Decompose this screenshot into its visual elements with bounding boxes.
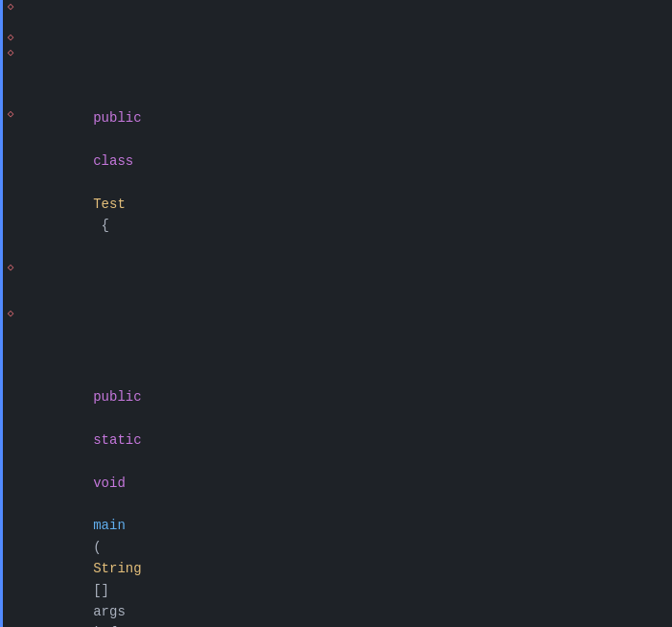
gutter-line-17 <box>6 245 15 261</box>
gutter-line-7 <box>6 92 15 107</box>
gutter-line-3: ◇ <box>6 31 15 46</box>
gutter-line-13 <box>6 184 15 199</box>
gutter-line-24 <box>6 353 15 368</box>
left-accent-border <box>0 0 3 627</box>
gutter-line-5 <box>6 61 15 77</box>
gutter-line-10 <box>6 138 15 153</box>
gutter-line-19 <box>6 276 15 291</box>
gutter-line-22 <box>6 322 15 337</box>
keyword-public: public <box>93 110 141 126</box>
gutter-line-16 <box>6 230 15 245</box>
gutter-line-15 <box>6 215 15 230</box>
code-line-2: public static void main ( String [] args… <box>29 343 664 627</box>
code-line-1: public class Test { <box>29 86 664 258</box>
code-lines[interactable]: public class Test { public static void m… <box>21 0 672 627</box>
gutter-line-9 <box>6 123 15 138</box>
gutter-line-6 <box>6 77 15 92</box>
gutter-line-21: ◇ <box>6 307 15 322</box>
gutter-line-14 <box>6 199 15 215</box>
gutter-line-2 <box>6 15 15 31</box>
gutter: ◇ ◇ ◇ ◇ ◇ ◇ <box>0 0 21 627</box>
gutter-line-4: ◇ <box>6 46 15 61</box>
gutter-line-25 <box>6 368 15 383</box>
gutter-line-18: ◇ <box>6 261 15 276</box>
gutter-line-1: ◇ <box>6 0 15 15</box>
gutter-line-23 <box>6 337 15 353</box>
gutter-line-8: ◇ <box>6 107 15 123</box>
gutter-line-12 <box>6 169 15 184</box>
class-name-test: Test <box>93 197 126 212</box>
gutter-line-20 <box>6 291 15 307</box>
code-area[interactable]: ◇ ◇ ◇ ◇ ◇ ◇ <box>0 0 672 627</box>
keyword-class: class <box>93 153 133 169</box>
gutter-line-11 <box>6 153 15 169</box>
code-editor: ◇ ◇ ◇ ◇ ◇ ◇ <box>0 0 672 627</box>
